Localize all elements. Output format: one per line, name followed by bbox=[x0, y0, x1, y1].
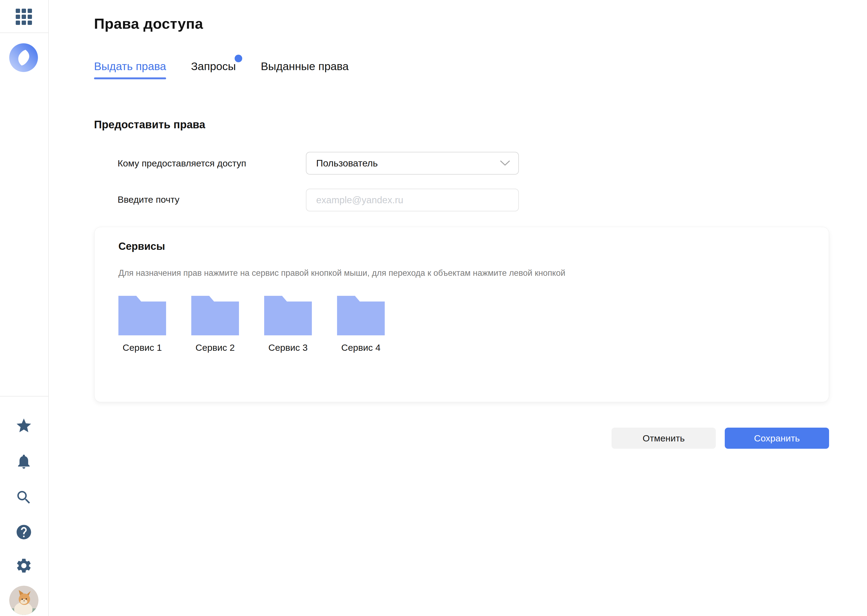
help-button[interactable] bbox=[15, 523, 33, 541]
apps-grid-icon bbox=[16, 9, 32, 25]
favorites-button[interactable] bbox=[15, 417, 33, 434]
apps-grid-button[interactable] bbox=[16, 9, 32, 25]
tab-issued-rights[interactable]: Выданные права bbox=[261, 60, 348, 79]
tab-label: Запросы bbox=[191, 60, 236, 72]
folder-icon bbox=[118, 296, 166, 335]
service-folder-2[interactable]: Сервис 2 bbox=[191, 296, 239, 353]
services-list: Сервис 1 Сервис 2 Сервис 3 bbox=[118, 296, 385, 353]
notifications-button[interactable] bbox=[15, 453, 33, 470]
settings-button[interactable] bbox=[15, 557, 33, 574]
service-folder-4[interactable]: Сервис 4 bbox=[337, 296, 385, 353]
access-type-value: Пользователь bbox=[316, 158, 378, 169]
chevron-down-icon bbox=[500, 160, 510, 166]
folder-icon bbox=[191, 296, 239, 335]
search-icon bbox=[15, 489, 33, 506]
tab-bar: Выдать права Запросы Выданные права bbox=[94, 60, 349, 79]
tab-label: Выданные права bbox=[261, 60, 348, 72]
notifications-bell-icon bbox=[15, 453, 33, 470]
sidebar bbox=[0, 0, 49, 616]
grant-section-title: Предоставить права bbox=[94, 119, 205, 131]
notification-dot-badge bbox=[235, 55, 242, 62]
page-title: Права доступа bbox=[94, 15, 203, 32]
sidebar-divider-bottom bbox=[0, 396, 48, 396]
service-folder-label: Сервис 2 bbox=[191, 343, 239, 353]
help-icon bbox=[15, 523, 33, 541]
favorites-star-icon bbox=[15, 417, 33, 434]
search-button[interactable] bbox=[15, 489, 33, 506]
tab-requests[interactable]: Запросы bbox=[191, 60, 236, 79]
service-folder-1[interactable]: Сервис 1 bbox=[118, 296, 166, 353]
main-content: Права доступа Выдать права Запросы Выдан… bbox=[48, 0, 867, 616]
email-field[interactable] bbox=[306, 189, 519, 211]
folder-icon bbox=[264, 296, 312, 335]
tab-label: Выдать права bbox=[94, 60, 166, 72]
settings-gear-icon bbox=[15, 557, 33, 574]
save-button[interactable]: Сохранить bbox=[725, 427, 829, 449]
tab-grant-rights[interactable]: Выдать права bbox=[94, 60, 166, 79]
services-hint: Для назначения прав нажмите на сервис пр… bbox=[118, 268, 566, 278]
access-type-label: Кому предоставляется доступ bbox=[118, 157, 246, 169]
user-avatar[interactable] bbox=[9, 586, 38, 615]
cancel-button[interactable]: Отменить bbox=[612, 427, 716, 449]
services-title: Сервисы bbox=[118, 240, 165, 252]
service-folder-label: Сервис 4 bbox=[337, 343, 385, 353]
sidebar-divider-top bbox=[0, 33, 48, 33]
app-logo-icon bbox=[9, 43, 38, 72]
email-label: Введите почту bbox=[118, 194, 180, 205]
user-avatar-image bbox=[9, 586, 38, 615]
service-folder-3[interactable]: Сервис 3 bbox=[264, 296, 312, 353]
app-logo[interactable] bbox=[9, 43, 38, 72]
folder-icon bbox=[337, 296, 385, 335]
services-card: Сервисы Для назначения прав нажмите на с… bbox=[94, 227, 829, 402]
service-folder-label: Сервис 3 bbox=[264, 343, 312, 353]
access-rights-page: Права доступа Выдать права Запросы Выдан… bbox=[0, 0, 867, 616]
service-folder-label: Сервис 1 bbox=[118, 343, 166, 353]
access-type-select[interactable]: Пользователь bbox=[306, 152, 519, 174]
